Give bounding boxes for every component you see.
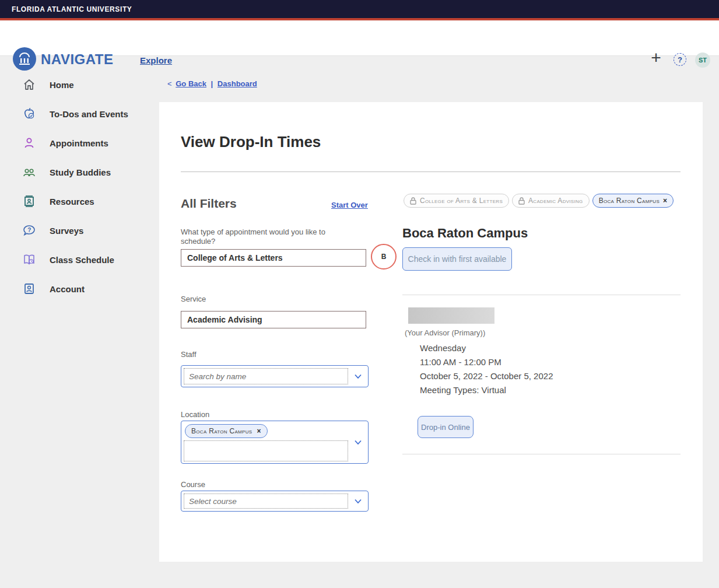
- sidebar-item-surveys[interactable]: ? Surveys: [22, 223, 83, 238]
- filter-chip-college: College of Arts & Letters: [404, 194, 509, 208]
- location-search-box[interactable]: [184, 440, 348, 461]
- location-label: Location: [181, 410, 367, 419]
- help-icon[interactable]: ?: [674, 53, 686, 66]
- todos-icon: [22, 107, 36, 121]
- sidebar-item-label: To-Dos and Events: [50, 109, 128, 119]
- title-divider: [181, 172, 681, 172]
- breadcrumb: < Go Back | Dashboard: [167, 79, 257, 88]
- sidebar-item-label: Surveys: [50, 226, 83, 236]
- id-card-icon: [22, 282, 36, 296]
- sidebar-item-study-buddies[interactable]: Study Buddies: [22, 164, 111, 180]
- check-in-first-available-button[interactable]: Check in with first available: [402, 247, 512, 271]
- sidebar-item-label: Class Schedule: [50, 255, 114, 265]
- sidebar-item-label: Account: [50, 284, 85, 294]
- course-label: Course: [181, 480, 367, 489]
- remove-chip-icon[interactable]: ×: [257, 427, 261, 435]
- drop-in-time: 11:00 AM - 12:00 PM: [420, 355, 553, 369]
- drop-in-online-button[interactable]: Drop-in Online: [418, 416, 474, 438]
- building-icon: [17, 51, 32, 66]
- course-search-input[interactable]: [184, 494, 348, 508]
- start-over-link[interactable]: Start Over: [331, 201, 368, 209]
- back-chevron-icon: <: [167, 79, 172, 88]
- location-select[interactable]: Boca Raton Campus ×: [181, 421, 369, 464]
- drop-in-date-range: October 5, 2022 - October 5, 2022: [420, 369, 553, 383]
- main-panel: View Drop-In Times All Filters Start Ove…: [159, 102, 703, 562]
- advisor-role: (Your Advisor (Primary)): [405, 328, 485, 337]
- app-header: NAVIGATE Explore + ? ST: [0, 20, 719, 56]
- service-input[interactable]: [181, 311, 366, 328]
- course-search-box[interactable]: [184, 494, 348, 509]
- staff-search-box[interactable]: [184, 368, 348, 384]
- guide-callout-b: B: [371, 244, 397, 270]
- brand-name: NAVIGATE: [41, 51, 113, 68]
- user-avatar[interactable]: ST: [695, 52, 710, 68]
- dashboard-link[interactable]: Dashboard: [218, 79, 257, 88]
- sidebar-item-label: Study Buddies: [50, 167, 111, 177]
- course-select[interactable]: [181, 491, 369, 512]
- staff-select[interactable]: [181, 365, 369, 387]
- navigate-logo-icon[interactable]: [13, 47, 36, 71]
- go-back-link[interactable]: Go Back: [176, 79, 206, 88]
- lock-icon: [410, 197, 416, 205]
- sidebar-item-resources[interactable]: Resources: [22, 194, 94, 209]
- filters-heading: All Filters: [181, 197, 237, 211]
- university-bar: FLORIDA ATLANTIC UNIVERSITY: [0, 0, 719, 18]
- university-name: FLORIDA ATLANTIC UNIVERSITY: [12, 5, 132, 13]
- location-search-input[interactable]: [184, 441, 348, 461]
- add-icon[interactable]: +: [648, 51, 664, 66]
- chevron-down-icon[interactable]: [353, 496, 363, 506]
- survey-icon: ?: [22, 224, 36, 237]
- appointment-type-label: What type of appointment would you like …: [181, 228, 367, 246]
- sidebar-item-home[interactable]: Home: [22, 77, 74, 92]
- chevron-down-icon[interactable]: [353, 371, 363, 382]
- campus-heading: Boca Raton Campus: [402, 226, 528, 241]
- sidebar-item-class-schedule[interactable]: Class Schedule: [22, 252, 114, 267]
- location-chip[interactable]: Boca Raton Campus ×: [185, 424, 268, 438]
- active-filter-chips: College of Arts & Letters Academic Advis…: [404, 194, 674, 208]
- staff-search-input[interactable]: [184, 369, 348, 384]
- appointment-type-input[interactable]: [181, 249, 366, 267]
- sidebar-item-appointments[interactable]: Appointments: [22, 135, 108, 150]
- person-icon: [22, 136, 36, 150]
- explore-link[interactable]: Explore: [140, 55, 172, 65]
- filter-chip-location[interactable]: Boca Raton Campus ×: [592, 194, 674, 208]
- chevron-down-icon[interactable]: [353, 437, 363, 447]
- filter-chip-service: Academic Advising: [512, 194, 590, 208]
- drop-in-day: Wednesday: [420, 341, 553, 355]
- resources-icon: [22, 195, 36, 208]
- sidebar-item-todos[interactable]: To-Dos and Events: [22, 106, 128, 121]
- page-title: View Drop-In Times: [181, 133, 321, 151]
- lock-icon: [518, 197, 525, 205]
- remove-chip-icon[interactable]: ×: [663, 197, 667, 205]
- home-icon: [22, 78, 36, 92]
- book-icon: [22, 253, 36, 267]
- advisor-name-redacted: [408, 307, 494, 324]
- drop-in-meeting-types: Meeting Types: Virtual: [420, 383, 553, 397]
- sidebar-item-label: Appointments: [50, 138, 108, 148]
- staff-label: Staff: [181, 350, 367, 359]
- sidebar-item-label: Resources: [50, 197, 94, 206]
- results-divider: [402, 295, 681, 295]
- people-icon: [22, 166, 36, 179]
- breadcrumb-separator: |: [211, 79, 213, 88]
- drop-in-details: Wednesday 11:00 AM - 12:00 PM October 5,…: [420, 341, 553, 397]
- results-divider: [402, 454, 681, 454]
- sidebar-item-label: Home: [50, 80, 74, 90]
- svg-text:?: ?: [27, 227, 31, 233]
- service-label: Service: [181, 295, 367, 304]
- sidebar-item-account[interactable]: Account: [22, 281, 85, 296]
